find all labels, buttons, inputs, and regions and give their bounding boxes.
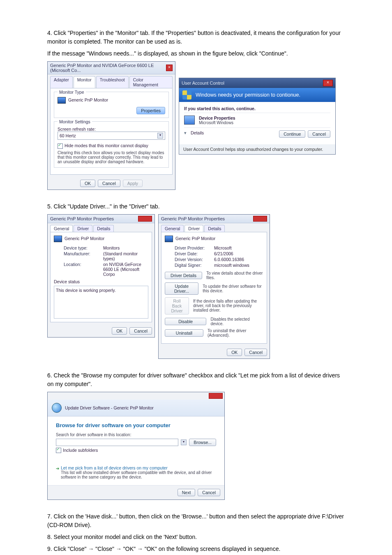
include-subfolders-label: Include subfolders: [63, 448, 98, 453]
device-status-label: Device status: [54, 279, 148, 284]
value-digital-signer: microsoft windows: [214, 263, 249, 268]
label-device-type: Device type:: [64, 245, 100, 250]
uac-prog-name: Device Properties: [199, 116, 235, 120]
tab-monitor[interactable]: Monitor: [74, 76, 95, 88]
step-6-text: 6. Check the "Browse my computer for dri…: [47, 371, 347, 388]
cancel-button[interactable]: Cancel: [98, 180, 120, 187]
value-driver-date: 6/21/2006: [214, 251, 233, 256]
disable-button[interactable]: Disable: [165, 318, 206, 325]
update-driver-button[interactable]: Update Driver...: [165, 282, 198, 295]
label-manufacturer: Manufacturer:: [64, 251, 100, 261]
step-4-text-b: If the message "Windows needs..." is dis…: [47, 49, 347, 58]
tab-color-management[interactable]: Color Management: [129, 76, 173, 88]
dialog-title: Generic PnP Monitor Properties: [50, 216, 114, 221]
label-location: Location:: [64, 262, 100, 277]
close-icon[interactable]: [209, 393, 223, 399]
ok-button[interactable]: OK: [80, 180, 95, 187]
cancel-button[interactable]: Cancel: [244, 349, 267, 356]
label-digital-signer: Digital Signer:: [175, 263, 211, 268]
group-monitor-settings: Monitor Settings: [58, 119, 92, 124]
monitor-icon: [54, 236, 62, 242]
monitor-icon: [165, 236, 173, 242]
refresh-rate-dropdown[interactable]: 60 Hertz▾: [58, 132, 165, 140]
refresh-rate-value: 60 Hertz: [60, 133, 76, 138]
tab-general[interactable]: General: [50, 225, 73, 232]
cancel-button[interactable]: Cancel: [198, 489, 220, 496]
update-driver-wizard: Update Driver Software - Generic PnP Mon…: [47, 392, 225, 500]
step-5-text: 5. Click "Update Driver..." in the "Driv…: [47, 202, 347, 211]
value-location: on NVIDIA GeForce 6600 LE (Microsoft Cor…: [103, 262, 148, 277]
value-driver-provider: Microsoft: [214, 245, 232, 250]
cancel-button[interactable]: Cancel: [129, 327, 152, 335]
step-8-text: 8. Select your monitor model and click o…: [47, 533, 347, 541]
uninstall-button[interactable]: Uninstall: [165, 329, 203, 337]
tab-troubleshoot[interactable]: Troubleshoot: [96, 76, 129, 88]
uac-message: Windows needs your permission to contion…: [196, 92, 300, 98]
properties-button[interactable]: Properties: [136, 107, 165, 114]
search-label: Search for driver software in this locat…: [56, 432, 216, 437]
dialog-title: Generic PnP Monitor Properties: [161, 216, 225, 221]
refresh-rate-label: Screen refresh rate:: [58, 127, 165, 132]
tab-driver[interactable]: Driver: [184, 225, 203, 232]
uac-if-started: If you started this action, continue.: [184, 106, 330, 111]
uac-title: User Account Control: [182, 81, 224, 86]
monitor-name: Generic PnP Monitor: [175, 236, 215, 241]
program-icon: [184, 116, 195, 125]
update-driver-desc: To update the driver software for this d…: [203, 284, 263, 293]
shield-icon: [182, 90, 191, 99]
device-status-box: This device is working properly.: [54, 286, 148, 319]
uac-details[interactable]: Details: [191, 130, 204, 135]
ok-button[interactable]: OK: [227, 349, 242, 356]
hide-modes-note: Clearing this check box allows you to se…: [58, 150, 165, 164]
uninstall-desc: To uninstall the driver (Advanced).: [208, 328, 263, 338]
props-general-dialog: Generic PnP Monitor Properties General D…: [47, 214, 155, 338]
monitor-name: Generic PnP Monitor: [68, 97, 108, 102]
path-input[interactable]: [56, 439, 178, 446]
ok-button[interactable]: OK: [112, 327, 127, 335]
close-icon[interactable]: [138, 216, 152, 222]
apply-button[interactable]: Apply: [123, 180, 143, 187]
tab-adapter[interactable]: Adapter: [50, 76, 73, 88]
hide-modes-checkbox[interactable]: [58, 143, 63, 149]
value-manufacturer: (Standard monitor types): [103, 251, 148, 261]
uac-dialog: User Account Control× Windows needs your…: [179, 78, 336, 155]
next-button[interactable]: Next: [178, 489, 196, 496]
step-7-text: 7. Click on the 'Have disk...' button, t…: [47, 512, 347, 530]
include-subfolders-checkbox[interactable]: [56, 448, 61, 453]
tab-general[interactable]: General: [161, 225, 184, 232]
let-me-pick-desc: This list will show installed driver sof…: [56, 470, 216, 479]
chevron-down-icon: ▾: [184, 130, 187, 135]
close-icon[interactable]: [253, 216, 267, 222]
props-driver-dialog: Generic PnP Monitor Properties General D…: [158, 214, 270, 359]
driver-details-desc: To view details about the driver files.: [206, 271, 263, 280]
monitor-name: Generic PnP Monitor: [65, 236, 104, 241]
cancel-button[interactable]: Cancel: [308, 130, 330, 138]
close-icon[interactable]: ×: [166, 65, 173, 71]
value-device-type: Monitors: [103, 245, 120, 250]
continue-button[interactable]: Continue: [279, 130, 305, 138]
step-4-text-a: 4. Click "Properties" in the "Monitor" t…: [47, 29, 347, 46]
monitor-props-dialog: Generic PnP Monitor and NVIDIA GeForce 6…: [47, 61, 175, 190]
step-9-text: 9. Click "Close" → "Close" → "OK" → "OK"…: [47, 545, 347, 553]
label-driver-date: Driver Date:: [175, 251, 211, 256]
chevron-down-icon[interactable]: ▾: [181, 439, 187, 445]
tab-details[interactable]: Details: [93, 225, 114, 232]
chevron-down-icon: ▾: [157, 133, 163, 139]
group-monitor-type: Monitor Type: [58, 90, 86, 95]
tab-driver[interactable]: Driver: [74, 225, 92, 232]
tab-details[interactable]: Details: [204, 225, 225, 232]
browse-button[interactable]: Browse...: [189, 439, 216, 446]
wizard-heading: Browse for driver software on your compu…: [56, 422, 216, 428]
wizard-title: Update Driver Software - Generic PnP Mon…: [65, 405, 154, 410]
back-icon[interactable]: [52, 403, 62, 413]
uac-publisher: Microsoft Windows: [199, 120, 235, 125]
disable-desc: Disables the selected device.: [210, 317, 263, 326]
close-icon[interactable]: ×: [323, 80, 333, 86]
rollback-driver-desc: If the device fails after updating the d…: [193, 299, 263, 312]
rollback-driver-button[interactable]: Roll Back Driver: [165, 297, 189, 314]
let-me-pick-link[interactable]: Let me pick from a list of device driver…: [56, 465, 216, 470]
hide-modes-label: Hide modes that this monitor cannot disp…: [65, 143, 148, 148]
driver-details-button[interactable]: Driver Details: [165, 272, 202, 279]
dialog-title: Generic PnP Monitor and NVIDIA GeForce 6…: [50, 63, 166, 73]
value-driver-version: 6.0.6000.16386: [214, 257, 244, 262]
